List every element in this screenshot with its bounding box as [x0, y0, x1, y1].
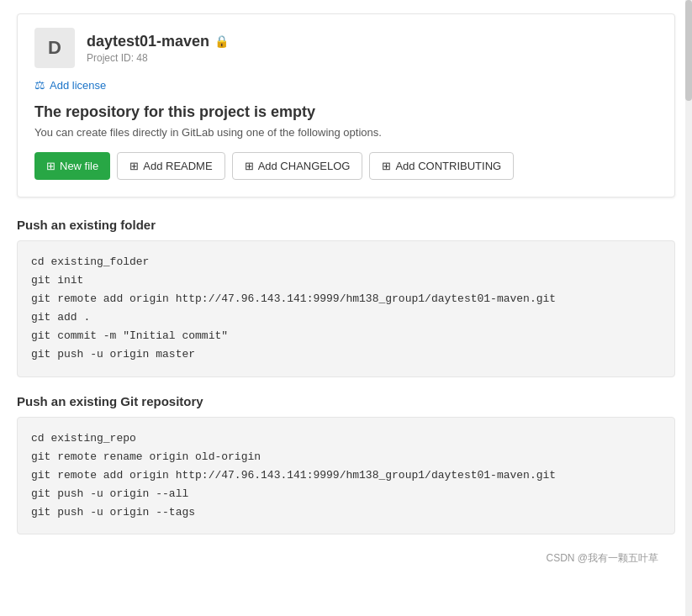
- push-git-title: Push an existing Git repository: [17, 394, 675, 408]
- add-license-link[interactable]: ⚖ Add license: [34, 78, 106, 92]
- push-git-code: cd existing_repo git remote rename origi…: [17, 417, 675, 534]
- add-readme-label: Add README: [143, 160, 212, 172]
- new-file-plus-icon: ⊞: [46, 160, 55, 172]
- code-line: git commit -m "Initial commit": [31, 327, 661, 345]
- project-header-card: D daytest01-maven 🔒 Project ID: 48 ⚖ Add…: [17, 13, 675, 197]
- code-line: git push -u origin master: [31, 345, 661, 364]
- changelog-plus-icon: ⊞: [245, 160, 254, 172]
- readme-plus-icon: ⊞: [129, 160, 139, 172]
- empty-repo-heading: The repository for this project is empty: [34, 103, 658, 121]
- project-id: Project ID: 48: [87, 52, 229, 64]
- add-changelog-button[interactable]: ⊞ Add CHANGELOG: [232, 152, 363, 180]
- lock-icon: 🔒: [214, 34, 229, 48]
- project-identity: D daytest01-maven 🔒 Project ID: 48: [34, 28, 658, 68]
- contributing-plus-icon: ⊞: [382, 160, 391, 172]
- add-contributing-button[interactable]: ⊞ Add CONTRIBUTING: [369, 152, 514, 180]
- balance-icon: ⚖: [34, 78, 45, 92]
- code-line: git remote rename origin old-origin: [31, 448, 661, 466]
- action-buttons: ⊞ New file ⊞ Add README ⊞ Add CHANGELOG …: [34, 152, 658, 180]
- project-avatar: D: [34, 28, 75, 68]
- code-line: git remote add origin http://47.96.143.1…: [31, 466, 661, 485]
- empty-repo-description: You can create files directly in GitLab …: [34, 126, 658, 139]
- scrollbar-track[interactable]: [685, 0, 692, 616]
- new-file-label: New file: [60, 160, 98, 172]
- code-line: git remote add origin http://47.96.143.1…: [31, 290, 661, 308]
- code-line: git push -u origin --tags: [31, 503, 661, 522]
- code-line: cd existing_folder: [31, 253, 661, 271]
- add-readme-button[interactable]: ⊞ Add README: [117, 152, 225, 180]
- push-git-section: Push an existing Git repository cd exist…: [17, 394, 675, 534]
- new-file-button[interactable]: ⊞ New file: [34, 152, 110, 180]
- code-line: cd existing_repo: [31, 429, 661, 448]
- code-line: git add .: [31, 308, 661, 327]
- add-contributing-label: Add CONTRIBUTING: [395, 160, 501, 172]
- watermark: CSDN @我有一颗五叶草: [17, 551, 675, 566]
- project-meta: daytest01-maven 🔒 Project ID: 48: [87, 33, 229, 64]
- code-line: git push -u origin --all: [31, 485, 661, 503]
- push-folder-section: Push an existing folder cd existing_fold…: [17, 218, 675, 377]
- code-line: git init: [31, 271, 661, 290]
- add-changelog-label: Add CHANGELOG: [258, 160, 351, 172]
- push-folder-code: cd existing_folder git init git remote a…: [17, 240, 675, 377]
- scrollbar-thumb[interactable]: [685, 0, 692, 101]
- push-folder-title: Push an existing folder: [17, 218, 675, 232]
- add-license-label: Add license: [50, 79, 106, 92]
- project-name: daytest01-maven 🔒: [87, 33, 229, 50]
